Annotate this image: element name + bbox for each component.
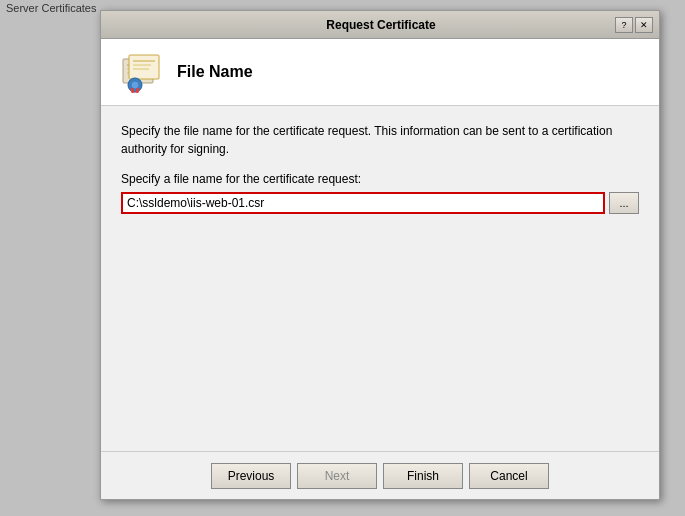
close-button[interactable]: ✕ — [635, 17, 653, 33]
server-cert-title: Server Certificates — [6, 2, 96, 14]
svg-rect-4 — [129, 55, 159, 79]
help-button[interactable]: ? — [615, 17, 633, 33]
dialog-title: Request Certificate — [147, 18, 615, 32]
field-label: Specify a file name for the certificate … — [121, 172, 639, 186]
cancel-button[interactable]: Cancel — [469, 463, 549, 489]
next-button[interactable]: Next — [297, 463, 377, 489]
request-certificate-dialog: Request Certificate ? ✕ — [100, 10, 660, 500]
svg-point-9 — [131, 81, 139, 89]
browse-button[interactable]: ... — [609, 192, 639, 214]
certificate-icon — [117, 51, 165, 93]
dialog-header: File Name — [101, 39, 659, 106]
background: Server Certificates Request Certificate … — [0, 0, 685, 516]
dialog-footer: Previous Next Finish Cancel — [101, 451, 659, 499]
dialog-body: Specify the file name for the certificat… — [101, 106, 659, 451]
title-buttons: ? ✕ — [615, 17, 653, 33]
finish-button[interactable]: Finish — [383, 463, 463, 489]
file-name-input[interactable] — [121, 192, 605, 214]
file-input-row: ... — [121, 192, 639, 214]
description-text: Specify the file name for the certificat… — [121, 122, 639, 158]
previous-button[interactable]: Previous — [211, 463, 291, 489]
header-title: File Name — [177, 63, 253, 81]
dialog-title-bar: Request Certificate ? ✕ — [101, 11, 659, 39]
